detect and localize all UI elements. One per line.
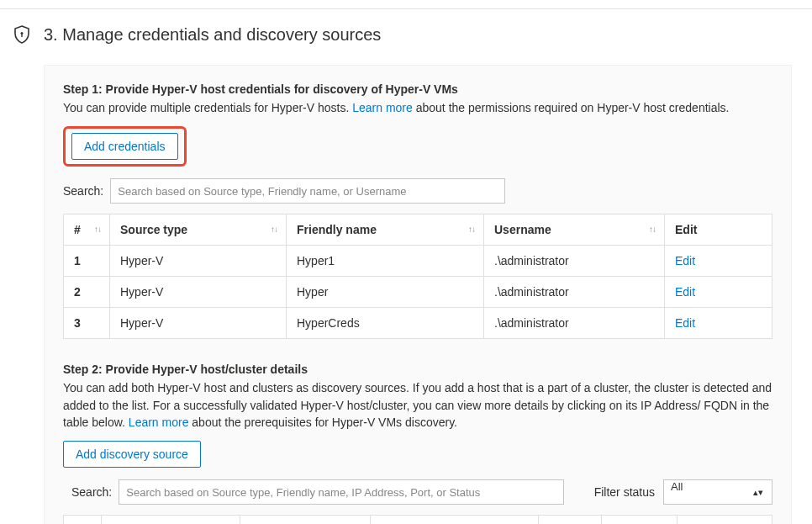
filter-status-label: Filter status [594, 485, 655, 499]
table-row: 1 Hyper-V Hyper1 .\administrator Edit [64, 246, 772, 277]
step2-search-input[interactable] [119, 479, 564, 505]
col-user[interactable]: Username↑↓ [484, 214, 665, 246]
step2-block: Step 2: Provide Hyper-V host/cluster det… [63, 363, 772, 524]
cell-friendly: Hyper1 [287, 246, 484, 277]
table-row: 3 Hyper-V HyperCreds .\administrator Edi… [64, 308, 772, 339]
sort-icon: ↑↓ [468, 225, 475, 234]
svg-rect-1 [21, 34, 22, 38]
step2-desc: You can add both Hyper-V host and cluste… [63, 379, 772, 431]
cell-user: .\administrator [484, 277, 665, 308]
step2-desc-after: about the prerequisites for Hyper-V VMs … [188, 415, 457, 429]
add-discovery-source-button[interactable]: Add discovery source [63, 441, 201, 468]
cell-source: Hyper-V [110, 308, 287, 339]
add-credentials-button[interactable]: Add credentials [71, 133, 178, 160]
filter-status-value: All [671, 480, 683, 493]
cell-user: .\administrator [484, 308, 665, 339]
step1-block: Step 1: Provide Hyper-V host credentials… [63, 82, 772, 339]
section-title: 3. Manage credentials and discovery sour… [44, 25, 381, 45]
sort-icon: ↑↓ [271, 225, 277, 234]
section-header: 3. Manage credentials and discovery sour… [0, 24, 812, 45]
step2-heading: Step 2: Provide Hyper-V host/cluster det… [63, 363, 772, 376]
col-friendly[interactable]: Friendly name↑↓ [240, 516, 371, 524]
edit-link[interactable]: Edit [675, 316, 695, 330]
sort-icon: ↑↓ [649, 225, 656, 234]
top-divider [0, 8, 812, 9]
step1-search-input[interactable] [110, 178, 505, 204]
step1-heading: Step 1: Provide Hyper-V host credentials… [63, 82, 772, 96]
step2-search-label: Search: [71, 485, 112, 499]
col-source[interactable]: Source type↑↓ [110, 214, 287, 246]
step1-desc-text: You can provide multiple credentials for… [63, 101, 352, 114]
cell-friendly: Hyper [287, 277, 484, 308]
filter-status-group: Filter status All ▴▾ [594, 479, 772, 505]
cell-user: .\administrator [484, 246, 665, 277]
shield-lock-icon [12, 24, 32, 45]
edit-link[interactable]: Edit [675, 254, 695, 267]
col-delete: Delete [678, 516, 772, 524]
step1-desc-after: about the permissions required on Hyper-… [413, 101, 730, 114]
content-panel: Step 1: Provide Hyper-V host credentials… [44, 65, 792, 524]
col-port[interactable]: Port↑↓ [539, 516, 602, 524]
discovery-sources-table: #↑↓ Source type↑↓ Friendly name↑↓ IP Add… [63, 515, 772, 524]
cell-num: 3 [64, 308, 110, 339]
cell-source: Hyper-V [110, 277, 287, 308]
col-ip[interactable]: IP Address / FQDN↑↓ [371, 516, 539, 524]
col-source[interactable]: Source type↑↓ [102, 516, 240, 524]
edit-link[interactable]: Edit [675, 285, 695, 299]
step1-search-label: Search: [63, 184, 103, 198]
add-credentials-highlight: Add credentials [63, 126, 187, 167]
col-num[interactable]: #↑↓ [64, 214, 110, 246]
cell-num: 1 [64, 246, 110, 277]
col-edit: Edit [665, 214, 772, 246]
learn-more-link[interactable]: Learn more [352, 101, 413, 114]
cell-num: 2 [64, 277, 110, 308]
step1-desc: You can provide multiple credentials for… [63, 99, 772, 116]
caret-updown-icon: ▴▾ [753, 487, 763, 498]
sort-icon: ↑↓ [94, 225, 101, 234]
filter-status-select[interactable]: All ▴▾ [663, 479, 772, 505]
credentials-table: #↑↓ Source type↑↓ Friendly name↑↓ Userna… [63, 214, 772, 339]
learn-more-link[interactable]: Learn more [129, 415, 189, 429]
table-row: 2 Hyper-V Hyper .\administrator Edit [64, 277, 772, 308]
col-num[interactable]: #↑↓ [64, 516, 102, 524]
col-status[interactable]: Status↑↓ [602, 516, 678, 524]
cell-source: Hyper-V [110, 246, 287, 277]
col-friendly[interactable]: Friendly name↑↓ [287, 214, 484, 246]
step2-search-row: Search: Filter status All ▴▾ [71, 479, 772, 505]
step1-search-row: Search: [63, 178, 772, 204]
cell-friendly: HyperCreds [287, 308, 484, 339]
